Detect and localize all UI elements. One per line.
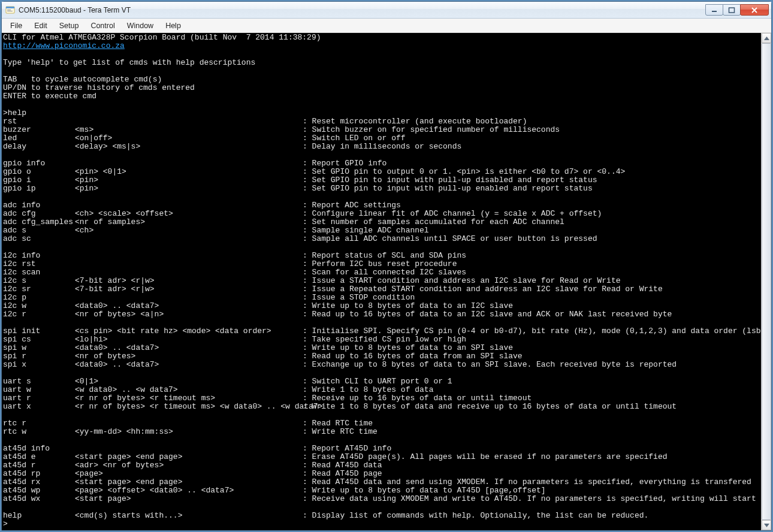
prompt: > xyxy=(3,519,8,528)
cmd-args: <page> xyxy=(75,470,303,478)
cmd-args xyxy=(75,159,303,168)
cmd-args: <data0> .. <data7> xyxy=(75,361,303,369)
cmd-args xyxy=(75,268,303,277)
cmd-desc: : Set GPIO pin to output 0 or 1. <pin> i… xyxy=(303,168,760,176)
cmd-name: i2c p xyxy=(3,294,75,302)
menu-file[interactable]: File xyxy=(4,20,28,32)
menu-edit[interactable]: Edit xyxy=(28,20,53,32)
cmd-args: <cmd(s) starts with...> xyxy=(75,512,303,520)
cmd-name: i2c s xyxy=(3,277,75,285)
menu-help[interactable]: Help xyxy=(159,20,187,32)
cmd-args xyxy=(75,260,303,268)
window-controls xyxy=(706,4,769,16)
cmd-i2c-s: i2c s<7-bit adr> <r|w>: Issue a START co… xyxy=(3,277,760,285)
window-title: COM5:115200baud - Tera Term VT xyxy=(19,6,706,14)
cmd-name: uart x xyxy=(3,403,75,411)
app-window: COM5:115200baud - Tera Term VT File Edit… xyxy=(1,1,772,531)
minimize-button[interactable] xyxy=(705,4,723,16)
cmd-desc: : Set GPIO pin to input with pull-up dis… xyxy=(303,176,760,185)
cmd-args xyxy=(75,117,303,126)
cmd-args xyxy=(75,235,303,243)
cmd-args: <r nr of bytes> <r timeout ms> <w data0>… xyxy=(75,403,303,411)
scroll-down-button[interactable] xyxy=(762,520,771,530)
cmd-desc: : Write up to 8 bytes of data to an I2C … xyxy=(303,302,760,310)
cmd-args: <start page> <end page> xyxy=(75,478,303,486)
cmd-adc-sc: adc sc: Sample all ADC channels until SP… xyxy=(3,235,760,243)
cmd-name: help xyxy=(3,512,75,520)
cmd-name: at45d rx xyxy=(3,478,75,486)
cmd-args: <pin> <0|1> xyxy=(75,168,303,176)
cmd-name: at45d wp xyxy=(3,486,75,495)
cmd-gpio-ip: gpio ip<pin>: Set GPIO pin to input with… xyxy=(3,185,760,193)
cmd-name: at45d wx xyxy=(3,495,75,503)
cmd-name: adc info xyxy=(3,201,75,210)
cmd-args: <cs pin> <bit rate hz> <mode> <data orde… xyxy=(75,327,303,335)
cmd-desc: : Read RTC time xyxy=(303,419,760,428)
cmd-desc: : Receive data using XMODEM and write to… xyxy=(303,495,761,503)
cmd-name: i2c sr xyxy=(3,285,75,294)
cmd-name: rst xyxy=(3,117,75,126)
svg-rect-2 xyxy=(7,10,11,10)
cmd-help: help<cmd(s) starts with...>: Display lis… xyxy=(3,512,760,520)
cmd-args xyxy=(75,252,303,260)
cmd-at45d-e: at45d e<start page> <end page>: Erase AT… xyxy=(3,453,760,461)
banner-url[interactable]: http://www.piconomic.co.za xyxy=(3,41,125,50)
cmd-adc-cfg: adc cfg<ch> <scale> <offset>: Configure … xyxy=(3,210,760,218)
prompt-help: >help xyxy=(3,108,26,117)
menu-control[interactable]: Control xyxy=(84,20,120,32)
cmd-args xyxy=(75,201,303,210)
cmd-desc: : Reset microcontroller (and execute boo… xyxy=(303,117,760,126)
cmd-name: uart s xyxy=(3,377,75,386)
cmd-at45d-rp: at45d rp<page>: Read AT45D page xyxy=(3,470,760,478)
menu-setup[interactable]: Setup xyxy=(53,20,85,32)
menubar: File Edit Setup Control Window Help xyxy=(2,19,771,33)
cmd-args xyxy=(75,445,303,453)
cmd-name: i2c scan xyxy=(3,268,75,277)
cmd-desc: : Set number of samples accumulated for … xyxy=(303,218,760,226)
cmd-name: i2c info xyxy=(3,252,75,260)
cmd-desc: : Configure linear fit of ADC channel (y… xyxy=(303,210,760,218)
titlebar[interactable]: COM5:115200baud - Tera Term VT xyxy=(2,2,771,19)
cmd-rst: rst: Reset microcontroller (and execute … xyxy=(3,117,760,126)
cmd-uart-w: uart w<w data0> .. <w data7>: Write 1 to… xyxy=(3,386,760,394)
cmd-args: <w data0> .. <w data7> xyxy=(75,386,303,394)
terminal-wrap: CLI for Atmel ATMEGA328P Scorpion Board … xyxy=(2,33,771,530)
maximize-button[interactable] xyxy=(723,4,741,16)
cmd-gpio-i: gpio i<pin>: Set GPIO pin to input with … xyxy=(3,176,760,185)
cmd-args: <page> <offset> <data0> .. <data7> xyxy=(75,486,303,495)
terminal[interactable]: CLI for Atmel ATMEGA328P Scorpion Board … xyxy=(2,33,761,530)
scroll-thumb[interactable] xyxy=(762,43,771,520)
cmd-desc: : Scan for all connected I2C slaves xyxy=(303,268,760,277)
cmd-delay: delay<delay> <ms|s>: Delay in millisecon… xyxy=(3,143,760,151)
cmd-desc: : Read AT45D page xyxy=(303,470,760,478)
cmd-args: <on|off> xyxy=(75,134,303,143)
vertical-scrollbar[interactable] xyxy=(761,33,771,530)
menu-window[interactable]: Window xyxy=(121,20,159,32)
cmd-i2c-rst: i2c rst: Perform I2C bus reset procedure xyxy=(3,260,760,268)
cmd-desc: : Issue a START condition and address an… xyxy=(303,277,760,285)
cmd-name: spi init xyxy=(3,327,75,335)
cmd-args: <7-bit adr> <r|w> xyxy=(75,277,303,285)
cmd-args xyxy=(75,294,303,302)
cmd-desc: : Take specified CS pin low or high xyxy=(303,335,760,344)
svg-rect-5 xyxy=(729,8,735,13)
cmd-name: gpio ip xyxy=(3,185,75,193)
cmd-name: led xyxy=(3,134,75,143)
cmd-desc: : Exchange up to 8 bytes of data to an S… xyxy=(303,361,760,369)
cmd-name: buzzer xyxy=(3,126,75,134)
cmd-name: rtc r xyxy=(3,419,75,428)
scroll-up-button[interactable] xyxy=(762,33,771,43)
cmd-name: i2c w xyxy=(3,302,75,310)
cmd-adc-s: adc s<ch>: Sample single ADC channel xyxy=(3,226,760,235)
cmd-args: <nr of bytes> xyxy=(75,352,303,361)
cmd-args: <lo|hi> xyxy=(75,335,303,344)
cmd-gpio-o: gpio o<pin> <0|1>: Set GPIO pin to outpu… xyxy=(3,168,760,176)
cmd-i2c-r: i2c r<nr of bytes> <a|n>: Read up to 16 … xyxy=(3,310,760,319)
scroll-track[interactable] xyxy=(762,43,771,520)
cmd-desc: : Switch buzzer on for specified number … xyxy=(303,126,760,134)
cmd-desc: : Delay in milliseconds or seconds xyxy=(303,143,760,151)
cmd-name: i2c r xyxy=(3,310,75,319)
cmd-args xyxy=(75,419,303,428)
close-button[interactable] xyxy=(740,4,769,16)
cmd-name: adc cfg xyxy=(3,210,75,218)
